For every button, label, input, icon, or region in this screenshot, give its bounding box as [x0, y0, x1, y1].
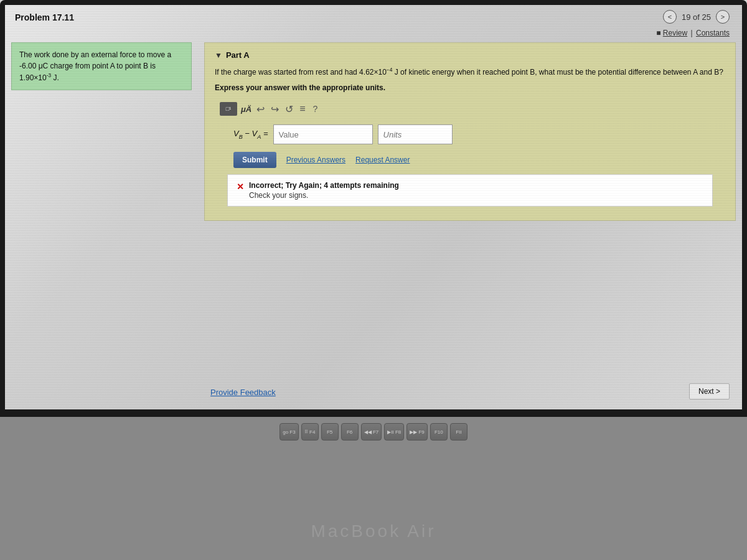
review-link[interactable]: Review [663, 29, 687, 37]
key-f10: F10 [430, 423, 448, 441]
review-constants-links: ■ Review | Constants [656, 29, 730, 37]
help-icon[interactable]: ? [313, 104, 318, 114]
problem-title: Problem 17.11 [15, 12, 74, 22]
incorrect-feedback-box: ✕ Incorrect; Try Again; 4 attempts remai… [227, 174, 713, 207]
previous-answers-link[interactable]: Previous Answers [286, 156, 345, 164]
provide-feedback-link[interactable]: Provide Feedback [210, 388, 276, 397]
next-button[interactable]: Next > [689, 383, 730, 399]
problem-statement: The work done by an external force to mo… [11, 42, 192, 90]
redo-icon[interactable]: ↪ [271, 103, 279, 115]
value-input[interactable] [273, 124, 373, 144]
reset-icon[interactable]: ↺ [285, 103, 293, 115]
key-f7: ◀◀ F7 [361, 423, 382, 441]
question-text: If the charge was started from rest and … [215, 66, 725, 78]
part-a-title: Part A [226, 50, 250, 60]
submit-button[interactable]: Submit [233, 152, 276, 168]
macbook-brand: MacBook Air [311, 521, 436, 541]
constants-link[interactable]: Constants [696, 29, 730, 37]
page-indicator: 19 of 25 [682, 12, 711, 22]
mu-icon[interactable]: μÄ [241, 105, 251, 114]
incorrect-title: Incorrect; Try Again; 4 attempts remaini… [249, 181, 399, 190]
key-f6: F6 [341, 423, 359, 441]
incorrect-subtitle: Check your signs. [249, 191, 399, 200]
key-f5: F5 [321, 423, 339, 441]
next-page-button[interactable]: > [716, 10, 730, 24]
key-f4: ⠿ F4 [301, 423, 319, 441]
submit-row: Submit Previous Answers Request Answer [233, 152, 725, 168]
part-a-panel: ▼ Part A If the charge was started from … [204, 42, 736, 221]
equation-label: VB − VA = [233, 129, 268, 140]
template-icon[interactable]: □¹ [220, 102, 237, 116]
key-f3: go F3 [280, 423, 298, 441]
key-f11: FII [450, 423, 467, 441]
prev-page-button[interactable]: < [663, 10, 677, 24]
notes-icon[interactable]: ≡ [299, 103, 305, 114]
key-f9: ▶▶ F9 [406, 423, 428, 441]
express-instruction: Express your answer with the appropriate… [215, 83, 725, 92]
undo-icon[interactable]: ↩ [256, 103, 265, 115]
part-a-header: ▼ Part A [215, 50, 725, 60]
navigation-controls: < 19 of 25 > [663, 10, 730, 24]
request-answer-link[interactable]: Request Answer [355, 156, 410, 164]
incorrect-row: ✕ Incorrect; Try Again; 4 attempts remai… [237, 181, 703, 200]
units-input[interactable] [378, 124, 453, 144]
collapse-arrow[interactable]: ▼ [215, 51, 222, 60]
incorrect-icon: ✕ [237, 182, 244, 192]
keyboard-area: go F3 ⠿ F4 F5 F6 ◀◀ F7 ▶II F8 ▶▶ F9 F10 [0, 417, 747, 560]
answer-toolbar: □¹ μÄ ↩ ↪ ↺ ≡ ? [215, 100, 725, 118]
key-f8: ▶II F8 [384, 423, 404, 441]
answer-input-row: VB − VA = [233, 124, 725, 144]
